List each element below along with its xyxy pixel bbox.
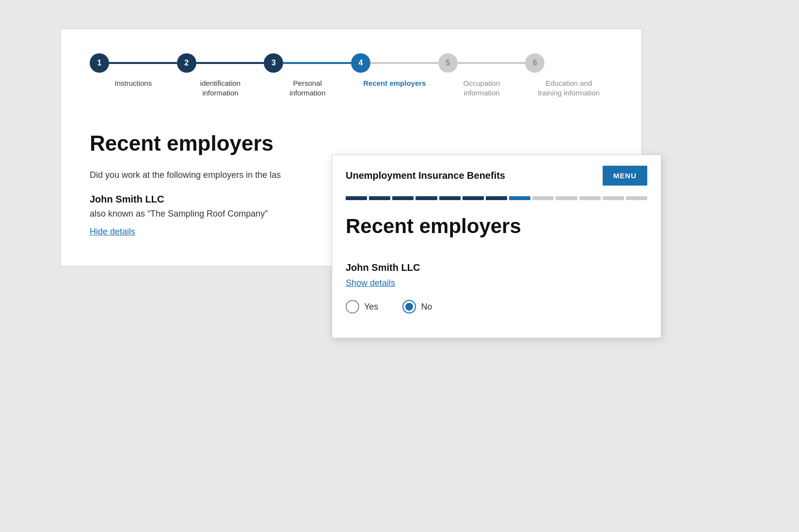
radio-no-label: No (421, 302, 432, 312)
step-label-3: Personal information (276, 78, 339, 97)
step-label-2: identification information (189, 78, 252, 97)
stepper: 1 Instructions 2 identification informat… (90, 53, 612, 97)
progress-segment (392, 196, 414, 200)
step-label-4: Recent employers (363, 78, 426, 88)
step-circle-6: 6 (525, 53, 544, 73)
progress-segment (603, 196, 624, 200)
progress-segment (439, 196, 461, 200)
step-circle-1: 1 (90, 53, 109, 73)
step-item-5[interactable]: 5 Occupation information (438, 53, 526, 97)
step-item-1[interactable]: 1 Instructions (90, 53, 177, 88)
step-item-3[interactable]: 3 Personal information (264, 53, 351, 97)
step-item-6[interactable]: 6 Education and training information (525, 53, 612, 97)
overlay-employer-name: John Smith LLC (346, 262, 647, 273)
overlay-content: Recent employers John Smith LLC Show det… (332, 210, 661, 338)
overlay-header: Unemployment Insurance Benefits MENU (332, 155, 661, 196)
step-circle-4: 4 (351, 53, 370, 73)
step-line-1 (109, 62, 177, 64)
page-wrapper: 1 Instructions 2 identification informat… (60, 29, 739, 503)
step-item-2[interactable]: 2 identification information (177, 53, 264, 97)
overlay-title: Recent employers (346, 215, 647, 238)
page-title: Recent employers (90, 131, 612, 156)
step-line-4 (370, 62, 438, 64)
progress-segment (346, 196, 367, 200)
radio-yes[interactable]: Yes (346, 300, 378, 313)
progress-segment (626, 196, 647, 200)
step-circle-2: 2 (177, 53, 196, 73)
progress-segment (415, 196, 437, 200)
progress-segment (463, 196, 484, 200)
progress-segment (486, 196, 507, 200)
hide-details-link[interactable]: Hide details (90, 227, 135, 236)
progress-segment (532, 196, 554, 200)
radio-yes-label: Yes (364, 302, 378, 312)
step-line-2 (196, 62, 264, 64)
step-label-1: Instructions (114, 78, 152, 88)
progress-segment (579, 196, 601, 200)
step-circle-5: 5 (438, 53, 458, 73)
radio-circle-no (402, 300, 416, 313)
progress-bar (332, 196, 661, 210)
overlay-card: Unemployment Insurance Benefits MENU Rec… (332, 155, 661, 338)
radio-circle-yes (346, 300, 359, 313)
overlay-header-title: Unemployment Insurance Benefits (346, 170, 505, 181)
step-circle-3: 3 (264, 53, 283, 73)
radio-no[interactable]: No (402, 300, 432, 313)
show-details-link[interactable]: Show details (346, 278, 647, 288)
progress-segment (369, 196, 390, 200)
menu-button[interactable]: MENU (603, 166, 647, 186)
step-line-5 (458, 62, 526, 64)
progress-segment (556, 196, 577, 200)
step-item-4[interactable]: 4 Recent employers (351, 53, 438, 88)
step-label-5: Occupation information (450, 78, 513, 97)
step-line-3 (283, 62, 351, 64)
radio-group: Yes No (346, 300, 647, 313)
progress-segment (509, 196, 530, 200)
step-label-6: Education and training information (537, 78, 600, 97)
